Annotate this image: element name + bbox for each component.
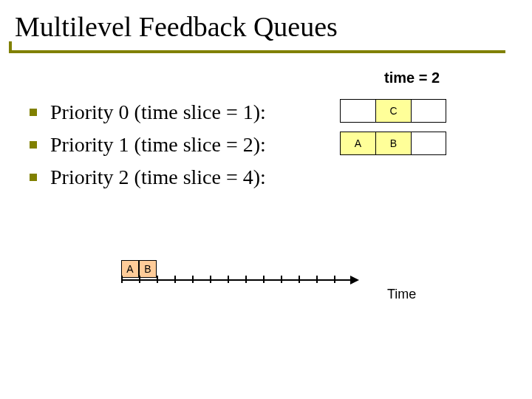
queue-row-priority-0: C (340, 99, 446, 123)
bullet-icon (30, 109, 37, 116)
timeline-tick (139, 276, 140, 283)
queue-cell: C (375, 99, 411, 123)
bullet-icon (30, 141, 37, 149)
timeline-axis-label: Time (387, 287, 416, 302)
timeline-slot: B (139, 260, 157, 278)
timeline-tick (334, 276, 335, 283)
timeline-tick (245, 276, 247, 283)
timeline-tick (316, 276, 318, 283)
slide: Multilevel Feedback Queues time = 2 Prio… (0, 0, 532, 399)
queue-row-priority-1: A B (340, 132, 446, 155)
timeline-slot: A (121, 260, 139, 278)
queue-cell (340, 99, 375, 123)
bullet-item: Priority 2 (time slice = 4): (30, 161, 340, 194)
timeline-tick (174, 276, 176, 283)
queue-cell (411, 132, 446, 155)
timeline: A B (121, 279, 350, 281)
title-rule (9, 50, 505, 53)
time-indicator: time = 2 (384, 69, 440, 86)
slide-title: Multilevel Feedback Queues (15, 10, 338, 43)
arrow-right-icon (350, 276, 359, 284)
timeline-tick (210, 276, 211, 283)
timeline-tick (263, 276, 265, 283)
bullet-text: Priority 1 (time slice = 2): (50, 133, 266, 157)
timeline-tick (228, 276, 229, 283)
queue-cell: A (340, 132, 375, 155)
timeline-tick (192, 276, 194, 283)
bullet-item: Priority 1 (time slice = 2): (30, 129, 340, 161)
bullet-text: Priority 2 (time slice = 4): (50, 166, 266, 189)
timeline-tick (281, 276, 282, 283)
bullet-text: Priority 0 (time slice = 1): (50, 100, 266, 124)
bullet-icon (30, 174, 37, 181)
queue-cell: B (375, 132, 411, 155)
timeline-tick (121, 276, 123, 283)
bullet-item: Priority 0 (time slice = 1): (30, 96, 340, 129)
queue-cell (411, 99, 446, 123)
timeline-tick (299, 276, 300, 283)
bullet-list: Priority 0 (time slice = 1): Priority 1 … (30, 96, 340, 194)
timeline-tick (157, 276, 158, 283)
